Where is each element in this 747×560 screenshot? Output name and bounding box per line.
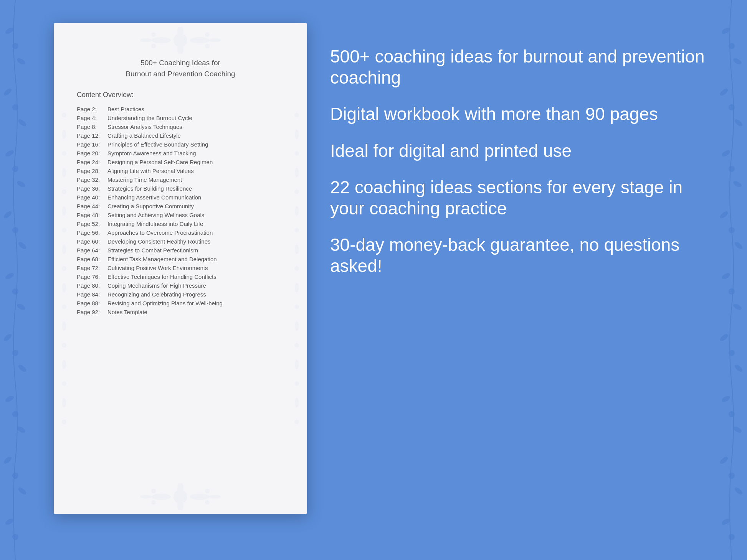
toc-item: Page 2:Best Practices	[77, 106, 284, 112]
toc-title: Strategies to Combat Perfectionism	[107, 247, 198, 254]
svg-point-2	[12, 43, 18, 49]
toc-page-number: Page 8:	[77, 124, 107, 130]
toc-page-number: Page 92:	[77, 309, 107, 315]
toc-page-number: Page 44:	[77, 203, 107, 209]
svg-point-88	[294, 228, 299, 232]
svg-point-5	[12, 104, 18, 110]
toc-item: Page 84:Recognizing and Celebrating Prog…	[77, 291, 284, 298]
toc-item: Page 8:Stressor Analysis Techniques	[77, 124, 284, 130]
svg-point-48	[734, 486, 744, 496]
svg-point-79	[62, 381, 66, 386]
main-content: 500+ Coaching Ideas for Burnout and Prev…	[0, 0, 747, 560]
svg-point-18	[5, 395, 15, 403]
toc-item: Page 40:Enhancing Assertive Communicatio…	[77, 194, 284, 201]
svg-point-94	[294, 343, 299, 348]
svg-point-47	[719, 456, 729, 465]
svg-point-56	[190, 37, 209, 43]
svg-point-54	[178, 38, 183, 43]
svg-point-78	[62, 360, 66, 369]
toc-item: Page 24:Designing a Personal Self-Care R…	[77, 159, 284, 165]
svg-point-8	[12, 166, 18, 172]
toc-title: Integrating Mindfulness into Daily Life	[107, 221, 203, 227]
toc-page-number: Page 64:	[77, 247, 107, 254]
svg-point-14	[12, 288, 18, 295]
toc-item: Page 64:Strategies to Combat Perfectioni…	[77, 247, 284, 254]
toc-item: Page 12:Crafting a Balanced Lifestyle	[77, 132, 284, 139]
toc-title: Mastering Time Management	[107, 176, 182, 183]
feature-text-4: 22 coaching ideas sections for every sta…	[330, 177, 716, 219]
svg-point-6	[5, 149, 15, 158]
svg-point-68	[62, 168, 66, 177]
content-overview-label: Content Overview:	[77, 91, 284, 99]
toc-page-number: Page 28:	[77, 168, 107, 174]
svg-point-34	[729, 166, 735, 172]
toc-title: Creating a Supportive Community	[107, 203, 194, 209]
toc-page-number: Page 84:	[77, 291, 107, 298]
toc-page-number: Page 76:	[77, 273, 107, 280]
toc-item: Page 52:Integrating Mindfulness into Dai…	[77, 221, 284, 227]
svg-point-75	[62, 305, 66, 309]
svg-point-43	[729, 350, 735, 356]
svg-point-93	[295, 321, 299, 331]
svg-point-108	[151, 500, 156, 505]
toc-title: Revising and Optimizing Plans for Well-b…	[107, 300, 223, 306]
toc-page-number: Page 40:	[77, 194, 107, 201]
svg-point-92	[294, 305, 299, 309]
svg-point-38	[721, 272, 731, 280]
toc-title: Approaches to Overcome Procrastination	[107, 229, 213, 236]
svg-point-33	[732, 180, 743, 188]
toc-page-number: Page 52:	[77, 221, 107, 227]
svg-point-51	[729, 534, 735, 540]
toc-title: Understanding the Burnout Cycle	[107, 115, 192, 121]
svg-point-32	[721, 149, 731, 158]
floral-right-decoration	[697, 0, 747, 560]
svg-point-61	[151, 44, 156, 48]
doc-side-right	[287, 23, 306, 514]
feature-text-5: 30-day money-back guarantee, no question…	[330, 234, 716, 277]
toc-list: Page 2:Best PracticesPage 4:Understandin…	[77, 106, 284, 315]
toc-page-number: Page 56:	[77, 229, 107, 236]
toc-page-number: Page 88:	[77, 300, 107, 306]
svg-point-67	[62, 151, 66, 156]
toc-item: Page 44:Creating a Supportive Community	[77, 203, 284, 209]
toc-item: Page 60:Developing Consistent Healthy Ro…	[77, 238, 284, 245]
svg-point-35	[719, 210, 729, 220]
svg-point-60	[205, 32, 210, 37]
toc-title: Recognizing and Celebrating Progress	[107, 291, 206, 298]
toc-item: Page 36:Strategies for Building Resilien…	[77, 185, 284, 192]
document-title: 500+ Coaching Ideas for Burnout and Prev…	[77, 58, 284, 79]
svg-point-74	[62, 283, 66, 292]
svg-point-30	[734, 118, 744, 128]
svg-point-24	[5, 517, 15, 526]
toc-title: Cultivating Positive Work Environments	[107, 265, 208, 271]
toc-item: Page 28:Aligning Life with Personal Valu…	[77, 168, 284, 174]
toc-page-number: Page 4:	[77, 115, 107, 121]
svg-point-96	[294, 381, 299, 386]
svg-point-64	[209, 38, 221, 42]
svg-point-17	[12, 350, 18, 356]
toc-title: Efficient Task Management and Delegation	[107, 256, 217, 262]
svg-point-107	[205, 489, 210, 493]
svg-point-16	[17, 364, 27, 373]
toc-item: Page 68:Efficient Task Management and De…	[77, 256, 284, 262]
svg-point-22	[17, 486, 27, 496]
svg-point-36	[734, 241, 744, 250]
feature-text-3: Ideal for digital and printed use	[330, 140, 716, 161]
svg-point-80	[62, 398, 66, 407]
svg-point-55	[152, 37, 171, 43]
svg-point-97	[295, 398, 299, 407]
svg-point-71	[62, 228, 66, 232]
svg-point-44	[721, 395, 731, 403]
toc-title: Stressor Analysis Techniques	[107, 124, 182, 130]
doc-side-left	[55, 23, 74, 514]
toc-title: Developing Consistent Healthy Routines	[107, 238, 210, 245]
svg-point-31	[729, 104, 735, 110]
toc-title: Designing a Personal Self-Care Regimen	[107, 159, 213, 165]
toc-title: Notes Template	[107, 309, 147, 315]
svg-point-41	[719, 333, 729, 343]
doc-decoration-bottom	[123, 483, 238, 510]
svg-point-23	[12, 473, 18, 479]
toc-page-number: Page 72:	[77, 265, 107, 271]
svg-point-13	[16, 303, 26, 311]
svg-point-89	[295, 245, 299, 254]
